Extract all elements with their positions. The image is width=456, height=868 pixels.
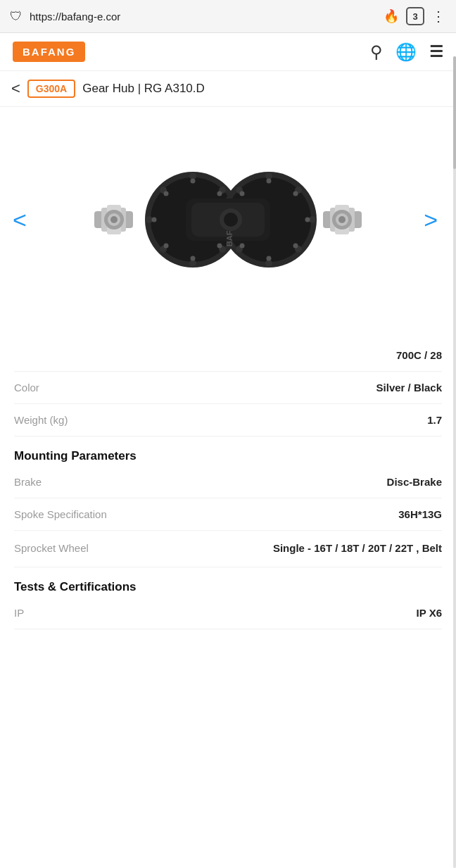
nav-icons: ⚲ 🌐 ☰ <box>370 42 443 62</box>
svg-point-11 <box>338 216 346 223</box>
weight-label: Weight (kg) <box>14 414 427 426</box>
carousel-prev-button[interactable]: < <box>6 199 34 241</box>
spec-row-sprocket: Sprocket Wheel Single - 16T / 18T / 20T … <box>14 531 442 567</box>
color-value: Silver / Black <box>376 382 442 394</box>
svg-point-46 <box>305 218 310 222</box>
svg-point-37 <box>152 218 157 222</box>
shield-icon: 🛡 <box>10 9 23 24</box>
spec-row-weight: Weight (kg) 1.7 <box>14 404 442 436</box>
ip-value: IP X6 <box>417 607 442 619</box>
browser-url[interactable]: https://bafang-e.cor <box>30 11 376 23</box>
spec-row-brake: Brake Disc-Brake <box>14 466 442 498</box>
tab-count-badge[interactable]: 3 <box>406 7 424 25</box>
svg-point-50 <box>293 244 298 249</box>
carousel-next-button[interactable]: > <box>417 199 445 241</box>
specs-section: 700C / 28 Color Silver / Black Weight (k… <box>0 332 456 629</box>
svg-point-41 <box>164 244 169 249</box>
search-icon[interactable]: ⚲ <box>370 42 383 62</box>
browser-bar: 🛡 https://bafang-e.cor 🔥 3 ⋮ <box>0 0 456 33</box>
svg-point-35 <box>191 179 196 184</box>
svg-point-5 <box>110 216 118 223</box>
color-label: Color <box>14 382 376 394</box>
ip-label: IP <box>14 607 417 619</box>
fire-icon: 🔥 <box>384 8 399 24</box>
spec-row-spoke: Spoke Specification 36H*13G <box>14 498 442 531</box>
more-options-icon[interactable]: ⋮ <box>431 8 446 25</box>
product-header: < G300A Gear Hub | RG A310.D <box>0 71 456 107</box>
svg-point-39 <box>164 191 169 196</box>
spoke-label: Spoke Specification <box>14 508 398 520</box>
sprocket-label: Sprocket Wheel <box>14 542 273 554</box>
product-title: Gear Hub | RG A310.D <box>82 82 205 96</box>
scrollbar[interactable] <box>453 56 456 868</box>
brand-logo[interactable]: BAFANG <box>13 42 85 62</box>
spec-row-wheel: 700C / 28 <box>14 339 442 372</box>
svg-point-49 <box>240 244 245 249</box>
back-button[interactable]: < <box>11 80 20 98</box>
svg-point-42 <box>217 244 222 249</box>
scrollbar-thumb[interactable] <box>453 56 456 169</box>
svg-point-36 <box>191 256 196 261</box>
wheel-value: 700C / 28 <box>396 349 442 361</box>
product-image: BAFANG <box>94 135 362 304</box>
spoke-value: 36H*13G <box>398 508 442 520</box>
spec-row-color: Color Silver / Black <box>14 372 442 404</box>
menu-icon[interactable]: ☰ <box>429 43 443 61</box>
nav-bar: BAFANG ⚲ 🌐 ☰ <box>0 33 456 71</box>
weight-value: 1.7 <box>427 414 442 426</box>
svg-point-40 <box>217 191 222 196</box>
svg-point-44 <box>267 256 272 261</box>
brake-value: Disc-Brake <box>387 476 442 488</box>
svg-point-52 <box>224 213 238 227</box>
mounting-heading: Mounting Parameters <box>14 436 442 466</box>
spec-row-ip: IP IP X6 <box>14 597 442 629</box>
sprocket-value: Single - 16T / 18T / 20T / 22T , Belt <box>273 541 442 557</box>
svg-point-47 <box>240 191 245 196</box>
image-carousel: < <box>0 107 456 332</box>
brake-label: Brake <box>14 476 387 488</box>
globe-icon[interactable]: 🌐 <box>395 42 417 62</box>
certs-heading: Tests & Certifications <box>14 567 442 597</box>
svg-point-48 <box>293 191 298 196</box>
svg-point-43 <box>267 179 272 184</box>
product-code-badge: G300A <box>27 80 75 98</box>
